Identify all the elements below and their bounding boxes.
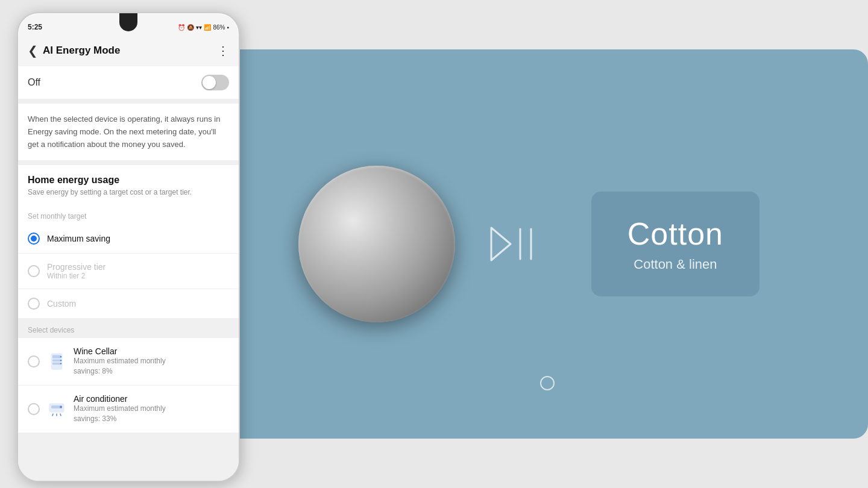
signal-icon: 📶	[204, 24, 211, 31]
svg-rect-4	[52, 355, 61, 358]
radio-text-maximum-saving: Maximum saving	[47, 234, 110, 243]
status-time: 5:25	[28, 23, 42, 31]
svg-point-7	[60, 356, 62, 358]
home-energy-title: Home energy usage	[28, 175, 229, 186]
device-radio-air-conditioner	[28, 403, 40, 415]
phone-notch	[119, 13, 137, 31]
alarm-icon: ⏰	[178, 24, 185, 31]
cycle-subtitle: Cotton & linen	[627, 257, 723, 272]
device-item-wine-cellar[interactable]: Wine Cellar Maximum estimated monthlysav…	[18, 338, 239, 386]
svg-line-15	[60, 414, 61, 416]
toggle-label: Off	[28, 77, 40, 88]
set-monthly-target-label: Set monthly target	[18, 206, 239, 224]
radio-circle-custom	[28, 298, 40, 310]
phone-frame: 5:25 ⏰ 🔕 ▾▾ 📶 86% ▪ ❮ AI Energy Mode ⋮ O…	[17, 12, 240, 482]
cycle-name: Cotton	[627, 216, 723, 252]
cycle-indicator	[540, 376, 555, 390]
indicator-circle	[540, 376, 555, 390]
battery-text: 86%	[213, 24, 225, 31]
description-text: When the selected device is operating, i…	[28, 113, 229, 151]
svg-point-12	[60, 405, 62, 408]
svg-marker-0	[491, 228, 511, 260]
radio-sub-progressive-tier: Within tier 2	[47, 272, 105, 280]
device-savings-wine-cellar: Maximum estimated monthlysavings: 8%	[74, 356, 229, 377]
device-text-air-conditioner: Air conditioner Maximum estimated monthl…	[74, 394, 229, 424]
device-item-air-conditioner[interactable]: Air conditioner Maximum estimated monthl…	[18, 386, 239, 433]
radio-text-custom: Custom	[47, 299, 76, 308]
cycle-info-panel: Cotton Cotton & linen	[591, 192, 760, 296]
wine-cellar-icon	[47, 352, 66, 371]
radio-text-progressive-tier: Progressive tier Within tier 2	[47, 262, 105, 280]
ai-energy-toggle[interactable]	[201, 75, 229, 90]
select-devices-label: Select devices	[18, 319, 239, 338]
device-savings-air-conditioner: Maximum estimated monthlysavings: 33%	[74, 404, 229, 424]
radio-label-progressive-tier: Progressive tier	[47, 262, 105, 272]
description-section: When the selected device is operating, i…	[18, 104, 239, 160]
wifi-icon: ▾▾	[196, 24, 202, 31]
svg-point-9	[60, 363, 62, 364]
svg-rect-5	[52, 360, 61, 362]
device-name-wine-cellar: Wine Cellar	[74, 346, 229, 356]
toggle-section: Off	[18, 66, 239, 99]
nav-bar: ❮ AI Energy Mode ⋮	[18, 35, 239, 66]
radio-label-custom: Custom	[47, 299, 76, 308]
more-menu-button[interactable]: ⋮	[217, 43, 229, 58]
phone-mockup: 5:25 ⏰ 🔕 ▾▾ 📶 86% ▪ ❮ AI Energy Mode ⋮ O…	[17, 12, 240, 482]
play-pause-icon[interactable]	[485, 223, 539, 265]
radio-circle-maximum-saving	[28, 233, 40, 245]
radio-circle-progressive-tier	[28, 265, 40, 277]
radio-custom[interactable]: Custom	[18, 289, 239, 319]
air-conditioner-icon	[47, 399, 66, 419]
back-button[interactable]: ❮	[28, 43, 38, 58]
radio-label-maximum-saving: Maximum saving	[47, 234, 110, 243]
washer-display-panel: Cotton Cotton & linen	[226, 49, 868, 439]
status-icons: ⏰ 🔕 ▾▾ 📶 86% ▪	[178, 24, 229, 31]
device-text-wine-cellar: Wine Cellar Maximum estimated monthlysav…	[74, 346, 229, 377]
home-energy-section-header: Home energy usage Save energy by setting…	[18, 165, 239, 206]
radio-maximum-saving[interactable]: Maximum saving	[18, 224, 239, 254]
svg-rect-6	[52, 363, 61, 365]
battery-icon: ▪	[227, 24, 229, 31]
svg-point-8	[60, 360, 62, 361]
radio-progressive-tier[interactable]: Progressive tier Within tier 2	[18, 254, 239, 289]
svg-line-13	[52, 414, 53, 416]
device-name-air-conditioner: Air conditioner	[74, 394, 229, 404]
device-radio-wine-cellar	[28, 355, 40, 368]
washer-knob[interactable]	[298, 166, 455, 322]
mute-icon: 🔕	[187, 24, 194, 31]
home-energy-subtitle: Save energy by setting a target cost or …	[28, 188, 229, 196]
phone-content[interactable]: Off When the selected device is operatin…	[18, 66, 239, 481]
play-pause-area[interactable]	[485, 223, 539, 265]
page-title: AI Energy Mode	[43, 45, 217, 57]
